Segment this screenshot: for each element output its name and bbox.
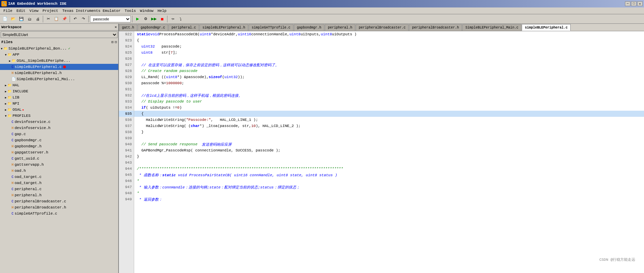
stop-button[interactable]: ⏹ [158,15,166,23]
code-line[interactable] [134,135,644,141]
tree-arrow-icon[interactable]: ▶ [4,108,7,111]
menu-item-texas-instruments-emulator[interactable]: Texas Instruments Emulator [60,8,123,14]
tab-SimpleBLEPeripheral_Main-c[interactable]: SimpleBLEPeripheral_Main.c [462,24,521,31]
menu-item-view[interactable]: View [28,8,40,14]
tree-arrow-icon[interactable]: ▼ [4,114,7,117]
print-button[interactable]: 🖨 [34,15,41,23]
tab-peripheralBroadcaster-h[interactable]: peripheralBroadcaster.h [409,24,462,31]
tree-item[interactable]: Hdevinfoservice.h [0,125,118,131]
tree-item[interactable]: Hgapgattserver.h [0,149,118,156]
code-line[interactable]: * 返回参数： [134,196,644,202]
workspace-dropdown[interactable]: SimpleBLEUart [1,31,118,38]
tab-simpleBLEPeripheral-h[interactable]: simpleBLEPeripheral.h [199,24,248,31]
tree-item[interactable]: ▶📁NPI [0,101,118,107]
code-line[interactable]: // Create random passcode [134,68,644,74]
tree-item[interactable]: ▶📁HAL [0,82,118,88]
tree-item[interactable]: Cdevinfoservice.c [0,119,118,125]
tab-gatt-h[interactable]: gatt.h [119,24,137,31]
menu-item-file[interactable]: File [1,8,14,14]
code-line[interactable]: * 函数名称：static void ProcessPairStateCB( u… [134,172,644,178]
cut-button[interactable]: ✂ [44,15,52,23]
tree-item[interactable]: Hperipheral.h [0,192,118,198]
tree-arrow-icon[interactable]: ▶ [4,90,7,93]
build-button[interactable]: ▶ [134,15,141,23]
open-button[interactable]: 📂 [10,15,17,23]
code-line[interactable]: * [134,178,644,184]
code-line[interactable]: uint8 str[7]; [134,50,644,56]
tree-item[interactable]: ▶📁OSAL_SimpleBLEPeriphe... [0,58,118,64]
tree-item[interactable]: Cperipheral.c [0,186,118,192]
code-line[interactable]: * 输入参数：connHandle：连接的句柄;state：配对绑定当前的状态;… [134,184,644,190]
tree-item[interactable]: Hgapbondmgr.h [0,143,118,149]
tab-simpleBLEPeripheral-c[interactable]: simpleBLEPeripheral.c [522,24,571,31]
save-button[interactable]: 💾 [18,15,25,23]
debug-button[interactable]: ▶▶ [150,15,158,23]
step-into-button[interactable]: ⤵ [177,15,184,23]
tree-arrow-icon[interactable]: ▼ [0,47,3,50]
code-line[interactable]: passcode %= 1000000; [134,80,644,86]
menu-item-tools[interactable]: Tools [123,8,138,14]
undo-button[interactable]: ↶ [71,15,79,23]
tree-item[interactable]: Coad_target.c [0,174,118,180]
code-line[interactable]: { [134,111,644,117]
tree-arrow-icon[interactable]: ▶ [4,84,7,87]
code-line[interactable]: /***************************************… [134,166,644,172]
tree-item[interactable]: ▶📁LIB [0,94,118,101]
config-dropdown[interactable]: passcode [90,16,131,22]
code-line[interactable]: * [134,190,644,196]
code-line[interactable]: GAPBondMgr_PasscodeRsp( connectionHandle… [134,147,644,153]
tree-item[interactable]: ▶📁INCLUDE [0,88,118,94]
code-line[interactable] [134,86,644,92]
minimize-button[interactable]: ─ [625,1,630,6]
tab-simpleGATTprofile-c[interactable]: simpleGATTprofile.c [249,24,293,31]
code-line[interactable]: HalLcdWriteString( (char *) _ltoa(passco… [134,123,644,129]
compile-button[interactable]: ⚙ [142,15,149,23]
tree-arrow-icon[interactable]: ▼ [4,53,7,56]
menu-item-help[interactable]: Help [156,8,168,14]
tree-item[interactable]: Hoad_target.h [0,180,118,186]
code-line[interactable] [134,160,644,166]
code-line[interactable]: if ( uiOutputs != 0 ) [134,105,644,111]
tree-arrow-icon[interactable]: ▶ [4,96,7,99]
tab-peripheral-h[interactable]: peripheral.h [325,24,355,31]
tree-item[interactable]: Cgap.c [0,131,118,137]
copy-button[interactable]: 📋 [53,15,60,23]
step-over-button[interactable]: ⤼ [169,15,176,23]
code-line[interactable]: //在lcd上显示当前的密码，这样手机端，根据此密码连接。 [134,92,644,98]
tree-item[interactable]: Hoad.h [0,168,118,174]
tab-gapbondmgr-c[interactable]: gapbondmgr.c [138,24,168,31]
code-line[interactable]: // Display passcode to user [134,98,644,105]
close-button[interactable]: ✕ [637,1,643,6]
tree-item[interactable]: 📄SimpleBLEPeripheral_Mai... [0,76,118,82]
tree-item[interactable]: CperipheralBroadcaster.c [0,198,118,204]
code-line[interactable]: HalLcdWriteString( "Passcode:", HAL_LCD_… [134,117,644,123]
maximize-button[interactable]: □ [631,1,637,6]
menu-item-edit[interactable]: Edit [14,8,27,14]
workspace-close-button[interactable]: ✕ [114,25,117,29]
code-line[interactable]: } [134,153,644,160]
tree-item[interactable]: HsimpleBLEPeripheral.h [0,70,118,76]
code-line[interactable]: } [134,129,644,135]
paste-button[interactable]: 📌 [61,15,68,23]
tree-arrow-icon[interactable]: ▶ [8,59,12,62]
tree-item[interactable]: ▶📁OSAL● [0,107,118,113]
code-line[interactable]: // 在这里可以设置存储，保存之前设定的密码，这样就可以动态修改配对密码了。 [134,62,644,68]
tree-item[interactable]: Cgapbondmgr.c [0,137,118,143]
redo-button[interactable]: ↷ [79,15,87,23]
tree-item[interactable]: CsimpleGATTprofile.c [0,211,118,217]
code-line[interactable]: uint32 passcode; [134,43,644,50]
new-button[interactable]: 📄 [1,15,9,23]
tab-peripheralBroadcaster-c[interactable]: peripheralBroadcaster.c [356,24,409,31]
code-content[interactable]: static void ProcessPasscodeCB(uint8 *dev… [134,31,644,273]
code-line[interactable]: static void ProcessPasscodeCB(uint8 *dev… [134,31,644,37]
tree-item[interactable]: Hgattservapp.h [0,162,118,168]
tree-item[interactable]: CsimpleBLEPeripheral.c [0,64,118,70]
tab-gapbondmgr-h[interactable]: gapbondmgr.h [294,24,324,31]
code-line[interactable]: { [134,37,644,43]
code-line[interactable] [134,56,644,62]
expand-all-icon[interactable]: ⊞ [111,40,113,44]
code-line[interactable]: // Send passcode response 发送密码响应应屏 [134,141,644,147]
tree-item[interactable]: ▼📁SimpleBLEPeripheral_Bon...✓ [0,46,118,52]
tree-item[interactable]: ▼📁APP [0,52,118,58]
menu-item-window[interactable]: Window [138,8,156,14]
